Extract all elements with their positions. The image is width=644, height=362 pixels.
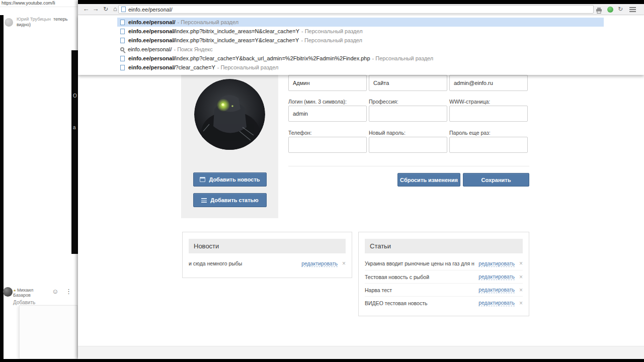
suggestion-type-icon [120, 38, 125, 43]
url-suggestion-row[interactable]: einfo.ee/personal/ - Поиск Яндекс [117, 45, 604, 54]
suggestion-type-icon [120, 20, 125, 25]
button-icon [201, 198, 207, 203]
chat-popup-panel [19, 305, 77, 359]
url-suggestion-row[interactable]: einfo.ee/personal/?clear_cache=Y - Персо… [117, 63, 604, 72]
news-item-title: и сюда немного рыбы [189, 260, 297, 266]
url-suggestion-row[interactable]: einfo.ee/personal/index.php?bitrix_inclu… [117, 36, 604, 45]
form-field-label: Телефон: [288, 130, 367, 137]
suggestion-description: - Персональный раздел [217, 64, 279, 70]
edit-link[interactable]: редактировать [478, 260, 515, 267]
form-input[interactable] [369, 106, 447, 122]
form-input[interactable] [449, 106, 528, 122]
url-suggestion-row[interactable]: einfo.ee/personal/ - Персональный раздел [117, 18, 604, 27]
form-field: Телефон: [288, 130, 367, 153]
form-field [449, 75, 528, 91]
suggestion-description: - Персональный раздел [301, 37, 362, 43]
reset-changes-button[interactable]: Сбросить изменения [397, 173, 460, 187]
edit-link[interactable]: редактировать [478, 300, 515, 306]
form-field [369, 75, 447, 91]
browser-toolbar: ← → ↻ ⌂ einfo.ee/personal/ ↻ [78, 4, 644, 15]
article-item-row: Тестовая новость с рыбой редактировать × [365, 270, 523, 283]
form-input[interactable] [449, 75, 528, 91]
form-divider [288, 166, 529, 166]
form-field: Пароль еще раз: [449, 130, 528, 153]
sync-icon[interactable]: ↻ [618, 6, 623, 13]
menu-icon[interactable] [629, 7, 636, 13]
suggestion-type-icon [120, 29, 125, 34]
url-suggestions-dropdown: einfo.ee/personal/ - Персональный раздел… [78, 16, 644, 75]
chat-add-comment[interactable]: Добавить [13, 300, 35, 305]
video-left-edge [0, 15, 4, 359]
form-input[interactable] [449, 137, 528, 153]
delete-icon[interactable]: × [519, 287, 523, 294]
chat-author: Юрий Трубицын [17, 17, 51, 22]
delete-icon[interactable]: × [519, 274, 523, 281]
url-suggestion-row[interactable]: einfo.ee/personal/index.php?clear_cache=… [117, 54, 604, 63]
suggestion-url-path: index.php?clear_cache=Y&back_url_admin=%… [176, 55, 370, 61]
page-footer [78, 346, 644, 359]
forward-icon[interactable]: → [92, 5, 100, 13]
article-item-row: Нарва тест редактировать × [365, 283, 523, 296]
suggestion-url-path: ?clear_cache=Y [176, 64, 215, 70]
article-item-row: Украина вводит рыночные цены на газ для … [365, 257, 523, 270]
address-bar-url: einfo.ee/personal/ [128, 7, 172, 13]
edit-link[interactable]: редактировать [301, 260, 338, 267]
suggestion-url-domain: einfo.ee/personal/ [128, 19, 176, 25]
news-item-row: и сюда немного рыбы редактировать × [189, 257, 346, 270]
letterbox-top [78, 0, 644, 4]
kebab-menu-icon[interactable]: ⋮ [65, 288, 72, 295]
article-item-title: ВИДЕО тестовая новость [365, 300, 474, 306]
youtube-url-text: https://www.youtube.com/li [2, 1, 55, 6]
delete-icon[interactable]: × [519, 300, 523, 307]
page-icon [121, 7, 126, 12]
articles-panel-title: Статьи [365, 239, 523, 253]
profile-form-row-2: Логин (мин. 3 символа): Профессия: WWW-с… [288, 99, 528, 122]
delete-icon[interactable]: × [342, 260, 346, 267]
suggestion-description: - Персональный раздел [372, 55, 434, 61]
suggestion-url-domain: einfo.ee/personal/ [128, 55, 176, 61]
form-field-label: Логин (мин. 3 символа): [288, 99, 367, 106]
form-field-label: Новый пароль: [369, 130, 447, 137]
printer-icon[interactable] [596, 7, 602, 16]
profile-form-row-3: Телефон: Новый пароль: Пароль еще раз: [288, 130, 528, 153]
form-field-label: Профессия: [369, 99, 447, 106]
edit-link[interactable]: редактировать [478, 287, 515, 293]
reload-icon[interactable]: ↻ [102, 6, 110, 13]
profile-action-buttons: Добавить новость Добавить статью [193, 172, 267, 207]
add-content-button[interactable]: Добавить новость [193, 172, 267, 187]
background-window-youtube: https://www.youtube.com/li Юрий Трубицын… [0, 0, 78, 359]
button-icon [200, 177, 205, 182]
form-field: WWW-страница: [449, 99, 528, 122]
clipped-letter: а [73, 125, 76, 130]
avatar-image [194, 79, 265, 150]
form-input[interactable] [369, 75, 447, 91]
profile-photo-panel: Добавить новость Добавить статью [181, 73, 278, 218]
add-content-button[interactable]: Добавить статью [193, 193, 267, 207]
edit-link[interactable]: редактировать [478, 274, 515, 280]
chat-input-row: ★ Михаил Базаров Добавить ☺ ⋮ [3, 286, 76, 305]
form-input[interactable] [288, 137, 367, 153]
current-user-name-1: Михаил [17, 288, 33, 293]
profile-avatar [194, 79, 265, 150]
suggestion-description: - Персональный раздел [301, 28, 363, 34]
form-field: Новый пароль: [369, 130, 447, 153]
suggestion-url-domain: einfo.ee/personal/ [128, 64, 176, 70]
emoji-icon[interactable]: ☺ [52, 288, 58, 295]
address-bar[interactable]: einfo.ee/personal/ [118, 5, 594, 14]
form-field: Профессия: [369, 99, 447, 122]
form-field: Логин (мин. 3 символа): [288, 99, 367, 122]
back-icon[interactable]: ← [82, 5, 90, 13]
article-item-row: ВИДЕО тестовая новость редактировать × [365, 296, 523, 309]
protect-status-icon[interactable] [607, 7, 613, 13]
suggestion-url-domain: einfo.ee/personal/ [128, 37, 176, 43]
button-label: Добавить статью [210, 197, 259, 203]
suggestion-description: - Персональный раздел [178, 19, 239, 25]
form-input[interactable] [369, 137, 447, 153]
url-suggestion-row[interactable]: einfo.ee/personal/index.php?bitrix_inclu… [117, 27, 604, 36]
form-input[interactable] [288, 106, 367, 122]
clipped-page-edge: О а [71, 50, 78, 254]
delete-icon[interactable]: × [519, 260, 523, 267]
article-item-title: Тестовая новость с рыбой [365, 274, 474, 280]
form-input[interactable] [288, 75, 367, 91]
save-button[interactable]: Сохранить [463, 173, 529, 187]
